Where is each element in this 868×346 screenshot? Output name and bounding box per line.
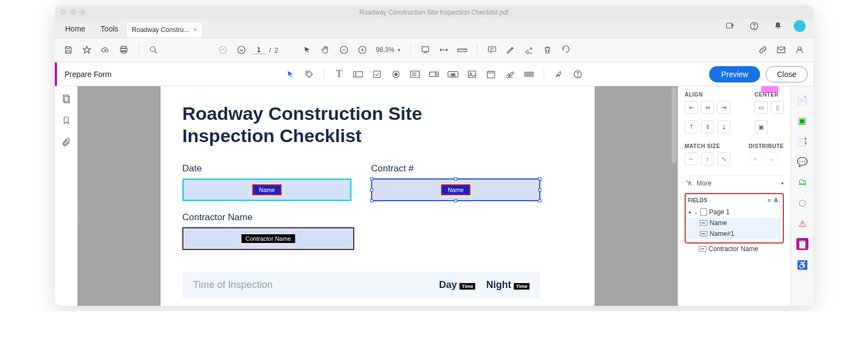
preview-button[interactable]: Preview: [709, 66, 760, 82]
select-tool[interactable]: [282, 66, 299, 83]
doc-scrollbar[interactable]: [670, 86, 678, 306]
share-icon[interactable]: [722, 18, 738, 34]
align-heading: ALIGN: [685, 92, 730, 98]
text-tool[interactable]: T: [330, 66, 348, 83]
zoom-out-icon[interactable]: [336, 42, 352, 58]
contractor-label: Contractor Name: [182, 212, 354, 223]
pointer-icon[interactable]: [299, 42, 315, 58]
align-bottom-icon[interactable]: ⤓: [717, 120, 730, 133]
date-field[interactable]: Name: [182, 178, 352, 201]
comment-tool-icon[interactable]: 💬: [796, 156, 808, 168]
help-icon[interactable]: [746, 18, 762, 34]
field-icon: [700, 231, 707, 236]
document-tab[interactable]: Roadway Constru... ×: [126, 22, 203, 37]
trash-icon[interactable]: [539, 42, 556, 58]
link-icon[interactable]: [755, 42, 771, 58]
page-indicator: / 2: [252, 46, 278, 54]
alert-icon[interactable]: ⚠: [796, 217, 808, 229]
create-pdf-icon[interactable]: 📄: [796, 94, 808, 106]
fit-page-icon[interactable]: [436, 42, 452, 58]
save-icon[interactable]: [60, 42, 76, 58]
center-h-icon[interactable]: ▭: [755, 101, 768, 114]
match-both-icon[interactable]: ⤡: [717, 152, 730, 165]
highlight-icon[interactable]: [502, 42, 519, 58]
match-w-icon[interactable]: ↔: [685, 152, 698, 165]
textfield-tool[interactable]: [349, 66, 367, 83]
tag-tool[interactable]: [301, 66, 318, 83]
contractor-field[interactable]: Contractor Name: [182, 227, 354, 250]
cloud-icon[interactable]: [97, 42, 113, 58]
svg-point-30: [577, 76, 578, 76]
svg-rect-18: [374, 71, 380, 78]
search-icon[interactable]: [145, 42, 162, 58]
svg-point-6: [150, 47, 155, 52]
sign-icon[interactable]: [521, 42, 537, 58]
avatar[interactable]: [794, 20, 806, 32]
accessibility-icon[interactable]: ♿: [796, 259, 808, 271]
date-tool[interactable]: [482, 66, 500, 83]
dist-v-icon[interactable]: ⫨: [765, 152, 778, 165]
sort-alpha-icon[interactable]: A↓: [774, 197, 781, 203]
tree-page-1[interactable]: ▸⌄ Page 1: [688, 207, 781, 217]
hand-icon[interactable]: [317, 42, 334, 58]
svg-point-15: [798, 47, 801, 50]
radio-tool[interactable]: [387, 66, 405, 83]
organize-icon[interactable]: 🗂: [796, 176, 808, 188]
fit-width-icon[interactable]: [417, 42, 433, 58]
edit-pdf-icon[interactable]: ▣: [796, 114, 808, 126]
dist-h-icon[interactable]: ⫩: [749, 152, 762, 165]
traffic-lights[interactable]: [60, 9, 86, 15]
button-tool[interactable]: OK: [444, 66, 462, 83]
undo-icon[interactable]: [558, 42, 574, 58]
help2-icon[interactable]: [569, 66, 586, 83]
mail-icon[interactable]: [773, 42, 789, 58]
page-up-icon[interactable]: [215, 42, 231, 58]
tree-field-name1[interactable]: Name#1: [688, 228, 781, 239]
svg-rect-28: [487, 71, 495, 78]
page-down-icon[interactable]: [233, 42, 250, 58]
align-center-v-icon[interactable]: ⇕: [701, 120, 714, 133]
center-v-icon[interactable]: ▯: [771, 101, 784, 114]
center-both-icon[interactable]: ▣: [755, 120, 768, 133]
tree-field-name[interactable]: Name: [688, 217, 781, 228]
barcode-tool[interactable]: [520, 66, 538, 83]
print-icon[interactable]: [116, 42, 132, 58]
prepare-form-icon[interactable]: 📋: [796, 238, 808, 250]
dropdown-tool[interactable]: [425, 66, 443, 83]
zoom-in-icon[interactable]: [354, 42, 371, 58]
align-right-icon[interactable]: ⇥: [717, 101, 730, 114]
bell-icon[interactable]: [770, 18, 786, 34]
align-top-icon[interactable]: ⤒: [685, 120, 698, 133]
comment-icon[interactable]: [484, 42, 500, 58]
close-button[interactable]: Close: [765, 66, 808, 82]
svg-rect-14: [777, 47, 785, 53]
profile-icon[interactable]: [792, 42, 808, 58]
protect-icon[interactable]: ⬡: [796, 197, 808, 209]
tree-field-contractor[interactable]: Contractor Name: [685, 244, 784, 254]
pin-icon[interactable]: [550, 66, 567, 83]
image-tool[interactable]: [463, 66, 481, 83]
sort-order-icon[interactable]: ≡: [768, 197, 771, 203]
export-pdf-icon[interactable]: 📑: [796, 135, 808, 147]
attachment-icon[interactable]: [61, 137, 71, 147]
page-current-input[interactable]: [252, 46, 266, 54]
checkbox-tool[interactable]: [368, 66, 386, 83]
thumbnails-icon[interactable]: [61, 94, 71, 104]
svg-point-8: [238, 46, 245, 54]
match-h-icon[interactable]: ↕: [701, 152, 714, 165]
align-left-icon[interactable]: ⇤: [685, 101, 698, 114]
zoom-value[interactable]: 98,3% ▾: [373, 46, 404, 54]
ruler-icon[interactable]: [454, 42, 470, 58]
more-menu[interactable]: More ▾: [685, 175, 784, 191]
contract-field[interactable]: Name: [371, 178, 540, 201]
svg-rect-11: [422, 47, 429, 52]
signature-tool[interactable]: [501, 66, 519, 83]
star-icon[interactable]: [79, 42, 95, 58]
bookmark-icon[interactable]: [61, 116, 71, 125]
listbox-tool[interactable]: [406, 66, 424, 83]
tools-tab[interactable]: Tools: [93, 20, 126, 37]
date-label: Date: [182, 163, 352, 174]
align-center-h-icon[interactable]: ⇔: [701, 101, 714, 114]
close-tab-icon[interactable]: ×: [193, 26, 197, 34]
home-tab[interactable]: Home: [58, 20, 93, 37]
